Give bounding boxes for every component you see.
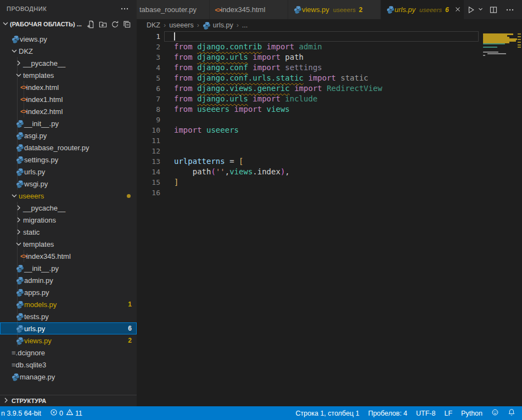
new-folder-icon[interactable] [97,19,108,30]
tree-item-asgi.py[interactable]: asgi.py [0,129,137,141]
code-editor[interactable]: 12from django.contrib import admin3from … [137,31,522,406]
tree-item-tests.py[interactable]: tests.py [0,310,137,322]
tree-item-__pycache__[interactable]: __pycache__ [0,202,137,214]
tree-item-useeers[interactable]: useeers [0,190,137,202]
tree-item-urls.py[interactable]: urls.py [0,166,137,178]
outline-section-header[interactable]: СТРУКТУРА [0,395,137,406]
tree-item-__init__.py[interactable]: __init__.py [0,262,137,274]
tab-label: index345.html [221,5,265,14]
line-number: 8 [137,104,160,115]
breadcrumb-item-DKZ[interactable]: DKZ [147,21,160,29]
close-icon[interactable] [454,5,462,14]
split-editor-button[interactable] [487,4,500,15]
status-label: LF [444,410,452,417]
tab-tabase_roouter.py[interactable]: tabase_roouter.py [137,0,210,19]
tree-item-urls.py[interactable]: urls.py6 [0,322,137,334]
status-label: Строка 1, столбец 1 [296,410,360,417]
workspace-section-header[interactable]: (РАБОЧАЯ ОБЛАСТЬ) ... [0,18,137,31]
tree-item-label: settings.py [24,156,58,164]
vscode-window: ПРОВОДНИК (РАБОЧАЯ ОБЛАСТЬ) ... views.py… [0,0,522,420]
tree-item-db.sqlite3[interactable]: ≡db.sqlite3 [0,359,137,371]
status-eol[interactable]: LF [440,406,457,420]
line-number: 1 [137,31,160,42]
status-notifications[interactable] [503,406,522,420]
tree-item-__init__.py[interactable]: __init__.py [0,117,137,129]
problems-summary[interactable]: 011 [46,406,87,420]
warning-mark [518,33,521,35]
chevron-down-icon [14,240,23,248]
chevron-down-icon[interactable] [478,5,484,14]
breadcrumb-item-...[interactable]: ... [242,21,248,29]
tab-index345.html[interactable]: <>index345.html [210,0,288,19]
warning-mark [518,42,521,43]
tree-item-static[interactable]: static [0,226,137,238]
status-language-mode[interactable]: Python [457,406,487,420]
refresh-icon[interactable] [109,19,120,30]
python-file-icon [203,21,211,30]
tree-item-.dcignore[interactable]: ≡.dcignore [0,347,137,359]
more-actions-button[interactable] [503,4,517,15]
editor-actions [464,0,522,19]
tab-label: views.py [302,5,329,14]
error-count: 0 [59,410,63,417]
run-python-file-button[interactable] [464,4,484,15]
line-number: 11 [137,135,160,146]
indent-guide [17,57,18,69]
line-number: 10 [137,125,160,135]
tree-item-label: useeers [19,192,44,200]
tree-item-index345.html[interactable]: <>index345.html [0,250,137,262]
python-interpreter[interactable]: n 3.9.5 64-bit [0,406,46,420]
status-cursor-position[interactable]: Строка 1, столбец 1 [291,406,364,420]
chevron-right-icon [14,59,23,67]
problems-badge: 6 [128,325,132,332]
python-file-icon [12,35,20,43]
tree-item-apps.py[interactable]: apps.py [0,286,137,298]
tree-item-database_roouter.py[interactable]: database_roouter.py [0,141,137,154]
tree-item-label: __init__.py [24,120,59,128]
tree-item-label: index1.html [26,95,63,104]
minimap-line [483,43,505,44]
tree-item-label: database_roouter.py [24,144,89,152]
status-bar-right: Строка 1, столбец 1Пробелов: 4UTF-8LFPyt… [291,406,522,420]
indent-guide [17,154,18,166]
line-number: 2 [137,42,160,52]
breadcrumb-item-useeers[interactable]: useeers [169,21,193,29]
tree-item-__pycache__[interactable]: __pycache__ [0,57,137,69]
line-number: 16 [137,188,160,198]
status-encoding[interactable]: UTF-8 [412,406,440,420]
code-line-16: 16 [137,188,522,198]
tree-item-migrations[interactable]: migrations [0,214,137,226]
minimap-line [483,47,497,48]
minimap[interactable] [479,31,517,108]
tab-urls.py[interactable]: urls.pyuseeers6 [381,0,464,19]
indent-guide [17,105,18,117]
tree-item-views.py[interactable]: views.py2 [0,334,137,347]
tree-item-DKZ[interactable]: DKZ [0,45,137,57]
tree-item-templates[interactable]: templates [0,238,137,250]
code-line-12: 12 [137,146,522,156]
more-actions-icon[interactable] [119,3,130,14]
breadcrumb-item-urls.py[interactable]: urls.py [203,21,233,30]
indent-guide [17,274,18,286]
status-indentation[interactable]: Пробелов: 4 [364,406,412,420]
breadcrumb-separator: › [237,21,239,29]
tree-item-settings.py[interactable]: settings.py [0,154,137,166]
tree-item-index1.html[interactable]: <>index1.html [0,93,137,105]
warning-mark [518,47,521,48]
code-line-11: 11 [137,135,522,146]
tree-item-index2.html[interactable]: <>index2.html [0,105,137,117]
code-text [160,135,174,146]
tab-views.py[interactable]: views.pyuseeers2 [288,0,381,19]
tree-item-views.py[interactable]: views.py [0,33,137,45]
tree-item-templates[interactable]: templates [0,69,137,81]
list-file-icon: ≡ [12,349,16,356]
tree-item-wsgi.py[interactable]: wsgi.py [0,178,137,190]
tree-item-models.py[interactable]: models.py1 [0,298,137,310]
tree-item-manage.py[interactable]: manage.py [0,371,137,383]
tree-item-admin.py[interactable]: admin.py [0,274,137,286]
new-file-icon[interactable] [85,19,96,30]
collapse-all-icon[interactable] [121,19,132,30]
tree-item-index.html[interactable]: <>index.html [0,81,137,93]
status-feedback[interactable] [487,406,503,420]
code-text [160,115,174,125]
